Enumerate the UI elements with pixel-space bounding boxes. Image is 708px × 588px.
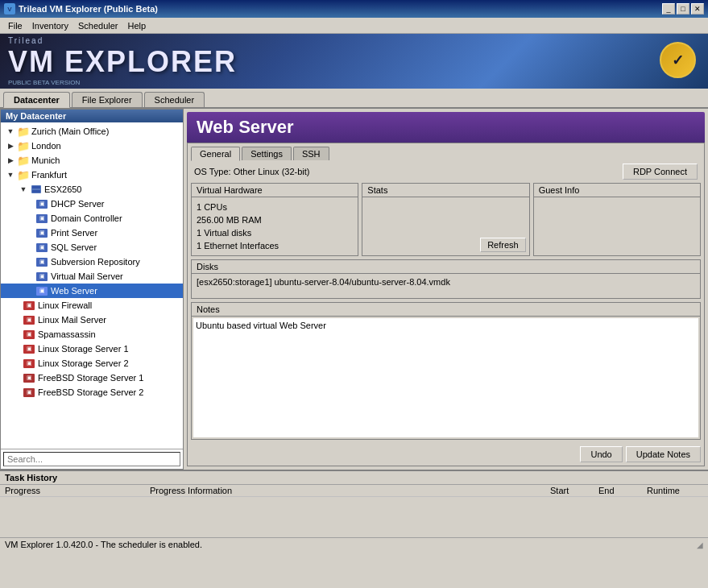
menu-bar: File Inventory Scheduler Help (0, 18, 708, 34)
vm-icon-vmail: ▣ (36, 271, 49, 282)
tab-datacenter[interactable]: Datacenter (3, 92, 70, 108)
spacer (30, 197, 36, 210)
sidebar-item-freebsd1[interactable]: ▣ FreeBSD Storage Server 1 (1, 371, 183, 385)
sidebar-item-london[interactable]: ▶ 📁 London (1, 139, 183, 153)
sidebar-header: My Datacenter (1, 110, 183, 122)
task-history-body (0, 497, 708, 537)
tab-file-explorer[interactable]: File Explorer (72, 92, 143, 107)
tree-label-esx2650: ESX2650 (44, 184, 81, 194)
rdp-connect-button[interactable]: RDP Connect (623, 164, 698, 180)
vm-icon-ls2: ▣ (23, 358, 36, 369)
sidebar-item-esx2650[interactable]: ▼ ESX2650 (1, 182, 183, 197)
tree-label-subversion: Subversion Repository (51, 257, 140, 267)
os-type-label: OS Type: Other Linux (32-bit) (194, 167, 309, 176)
sidebar-item-linux-storage2[interactable]: ▣ Linux Storage Server 2 (1, 356, 183, 371)
task-history-columns: Progress Progress Information Start End … (0, 485, 708, 497)
sidebar-item-freebsd2[interactable]: ▣ FreeBSD Storage Server 2 (1, 385, 183, 400)
sidebar-item-sql[interactable]: ▣ SQL Server (1, 240, 183, 255)
expand-icon[interactable]: ▶ (4, 154, 17, 167)
update-notes-button[interactable]: Update Notes (626, 446, 701, 462)
tree-label-freebsd1: FreeBSD Storage Server 1 (38, 373, 143, 383)
menu-inventory[interactable]: Inventory (27, 19, 73, 32)
menu-scheduler[interactable]: Scheduler (73, 19, 123, 32)
expand-icon[interactable]: ▶ (4, 139, 17, 152)
tab-scheduler[interactable]: Scheduler (144, 92, 205, 107)
col-header-end: End (598, 486, 647, 495)
content-area: Web Server General Settings SSH OS Type:… (184, 109, 708, 470)
status-bar: VM Explorer 1.0.420.0 - The scheduler is… (0, 537, 708, 551)
folder-icon: 📁 (17, 140, 30, 151)
virtual-hardware-panel: Virtual Hardware 1 CPUs 256.00 MB RAM 1 … (191, 183, 358, 256)
spacer (17, 299, 23, 312)
folder-icon: 📁 (17, 169, 30, 180)
spacer (17, 313, 23, 326)
server-icon (30, 184, 43, 195)
vm-icon-domain: ▣ (36, 213, 49, 224)
tree-label-ls1: Linux Storage Server 1 (38, 344, 129, 354)
sidebar-item-linux-mail[interactable]: ▣ Linux Mail Server (1, 313, 183, 327)
undo-button[interactable]: Undo (580, 446, 622, 462)
vm-icon-ls1: ▣ (23, 343, 36, 354)
tab-general[interactable]: General (191, 147, 240, 161)
sidebar-item-domain[interactable]: ▣ Domain Controller (1, 211, 183, 226)
search-input[interactable] (3, 452, 180, 466)
content-panel: General Settings SSH OS Type: Other Linu… (187, 143, 705, 466)
vm-title-bar: Web Server (187, 112, 705, 143)
sidebar-item-dhcp[interactable]: ▣ DHCP Server (1, 197, 183, 211)
beta-label: PUBLIC BETA VERSION (8, 79, 237, 86)
tab-ssh[interactable]: SSH (293, 147, 329, 160)
tree-label-print: Print Server (51, 228, 97, 238)
maximize-button[interactable]: □ (677, 3, 689, 14)
notes-title: Notes (192, 303, 700, 317)
expand-icon[interactable]: ▼ (4, 125, 17, 138)
sidebar-tree[interactable]: ▼ 📁 Zurich (Main Office) ▶ 📁 London ▶ 📁 … (1, 122, 183, 449)
spacer (30, 284, 36, 297)
vm-icon-subversion: ▣ (36, 256, 49, 267)
tree-label-sql: SQL Server (51, 242, 97, 252)
spacer (30, 241, 36, 254)
sidebar-item-subversion[interactable]: ▣ Subversion Repository (1, 255, 183, 269)
sidebar-item-zurich[interactable]: ▼ 📁 Zurich (Main Office) (1, 124, 183, 139)
tree-label-linux-fw: Linux Firewall (38, 300, 92, 310)
spacer (30, 255, 36, 268)
col-header-info: Progress Information (150, 486, 550, 495)
hw-item-ram: 256.00 MB RAM (197, 213, 353, 226)
disks-section: Disks [esx2650:storage1] ubuntu-server-8… (191, 259, 701, 299)
sidebar-item-webserver[interactable]: ▣ Web Server (1, 284, 183, 298)
app-icon: V (4, 3, 15, 14)
menu-help[interactable]: Help (123, 19, 151, 32)
sidebar-item-spamassassin[interactable]: ▣ Spamassassin (1, 327, 183, 342)
sidebar-search-bar[interactable] (1, 449, 183, 469)
hw-item-cpus: 1 CPUs (197, 201, 353, 213)
disks-title: Disks (192, 260, 700, 274)
notes-textarea[interactable] (193, 318, 698, 437)
stats-panel: Stats Refresh (362, 183, 529, 256)
sidebar-item-munich[interactable]: ▶ 📁 Munich (1, 153, 183, 168)
menu-file[interactable]: File (3, 19, 27, 32)
sidebar-item-linux-fw[interactable]: ▣ Linux Firewall (1, 298, 183, 313)
info-panels-row: Virtual Hardware 1 CPUs 256.00 MB RAM 1 … (188, 183, 704, 256)
spacer (17, 342, 23, 355)
minimize-button[interactable]: _ (662, 3, 675, 14)
folder-icon: 📁 (17, 126, 30, 137)
col-header-start: Start (550, 486, 598, 495)
expand-icon[interactable]: ▼ (4, 168, 17, 181)
spacer (30, 226, 36, 239)
sidebar-item-print[interactable]: ▣ Print Server (1, 226, 183, 240)
refresh-button[interactable]: Refresh (480, 238, 526, 252)
spacer (17, 386, 23, 399)
sidebar-item-linux-storage1[interactable]: ▣ Linux Storage Server 1 (1, 342, 183, 356)
sidebar-item-vmail[interactable]: ▣ Virtual Mail Server (1, 269, 183, 284)
expand-icon[interactable]: ▼ (17, 183, 30, 196)
virtual-hardware-title: Virtual Hardware (192, 184, 358, 197)
sidebar-item-frankfurt[interactable]: ▼ 📁 Frankfurt (1, 168, 183, 182)
disks-content: [esx2650:storage1] ubuntu-server-8.04/ub… (192, 274, 700, 298)
tree-label-spam: Spamassassin (38, 329, 96, 339)
vm-title: Web Server (197, 117, 294, 137)
spacer (17, 371, 23, 384)
tab-settings[interactable]: Settings (242, 147, 292, 160)
tree-label-frankfurt: Frankfurt (31, 170, 67, 180)
notes-content[interactable] (192, 317, 700, 439)
close-button[interactable]: ✕ (691, 3, 704, 14)
vm-icon-linux-mail: ▣ (23, 314, 36, 325)
